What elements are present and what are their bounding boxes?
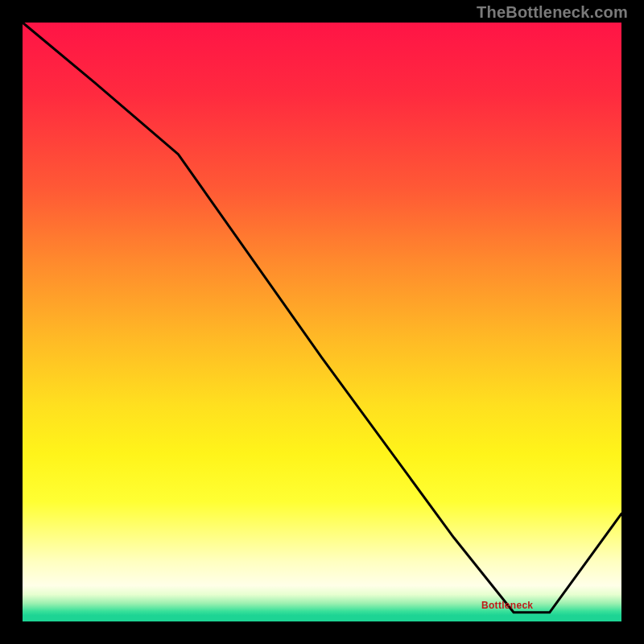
watermark-text: TheBottleneck.com: [477, 3, 628, 22]
chart-frame: TheBottleneck.com Bottleneck: [0, 0, 644, 644]
bottleneck-label: Bottleneck: [481, 600, 533, 611]
chart-svg: [23, 23, 621, 621]
bottleneck-curve: [23, 23, 621, 613]
